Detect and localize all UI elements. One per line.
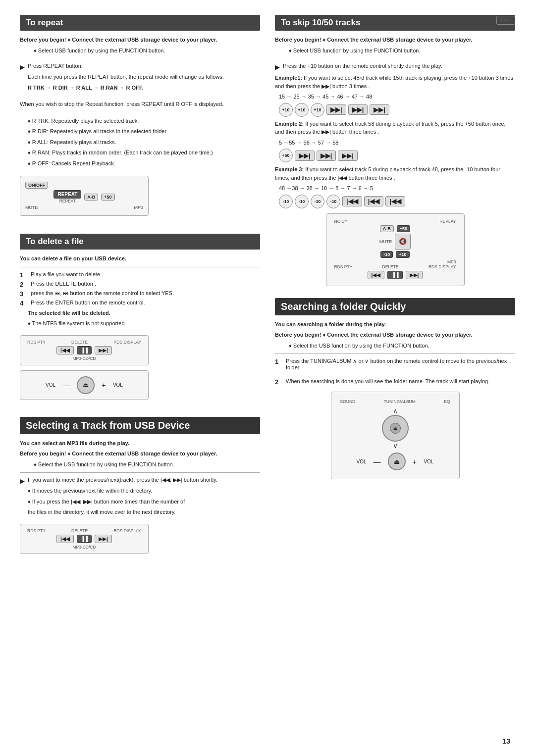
repeat-label: REPEAT: [59, 199, 76, 203]
delete-step3: press the ⏮, ⏭ button on the remote cont…: [31, 290, 174, 296]
skip-minus10-plus10-row: -10 +10: [332, 251, 458, 258]
plus-btn-s: +: [409, 457, 421, 466]
searching-section: Searching a folder Quickly You can searc…: [275, 298, 515, 480]
vol-label-right: VOL: [113, 382, 123, 388]
skip-remote-row1: A-B +50: [332, 225, 458, 232]
searching-before1: Before you begin! ♦ Connect the external…: [275, 331, 515, 339]
tuning-down-arrow: ∨: [393, 442, 398, 450]
next-btn-ex1-1: ▶▶|: [326, 104, 346, 115]
selecting-subtitle: You can select an MP3 file during the pl…: [20, 439, 260, 448]
tuning-control: ∧ ⏏ ∨: [382, 407, 409, 450]
prev-btn-delete: |◀◀: [56, 346, 74, 354]
prev-btn-ex3-2: |◀◀: [364, 196, 384, 206]
selecting-remote-labels: RDS PTY DELETE RDS DISPLAY: [25, 528, 143, 533]
step-num-2: 2: [20, 281, 29, 288]
tuning-up-row: ∧ ⏏ ∨: [338, 407, 452, 450]
plus10-btn-2: +10: [295, 103, 309, 117]
step-num-4: 4: [20, 300, 29, 307]
delete-step4: Press the ENTER button on the remote con…: [31, 300, 145, 305]
searching-title: Searching a folder Quickly: [275, 298, 515, 315]
prev-btn-ex3-3: |◀◀: [385, 196, 405, 206]
mp3-label-skip: MP3: [447, 259, 456, 264]
label-delete: DELETE: [71, 340, 88, 345]
next-btn-ex1-3: ▶▶|: [370, 104, 389, 115]
plus50-btn-skip: +50: [397, 225, 410, 232]
selecting-arrow: ▶: [20, 477, 25, 485]
skip-section: To skip 10/50 tracks Before you begin! ♦…: [275, 15, 515, 286]
replay-label: REPLAY: [440, 219, 456, 224]
mp3-label: MP3: [134, 205, 143, 210]
next-btn-ex2-3: ▶▶|: [338, 151, 358, 161]
mute-label: MUTE: [25, 205, 38, 210]
skip-seq1: 15 → 25 → 35 → 45 → 46 → 47 → 48: [279, 93, 515, 101]
delete-section: To delete a file You can delete a file o…: [20, 234, 260, 405]
tuning-up-arrow: ∧: [393, 407, 398, 415]
pause-btn-sel: ▐▐: [77, 535, 92, 543]
selecting-before1: Before you begin! ♦ Connect the external…: [20, 450, 260, 458]
minus10-btn-remote: -10: [380, 251, 393, 258]
selecting-step1: If you want to move the previous/next(tr…: [28, 477, 217, 483]
ab-btn-skip: A-B: [380, 225, 394, 232]
plus10-btn-remote: +10: [396, 251, 409, 258]
remote-row2: REPEAT REPEAT A-B +50: [25, 190, 143, 203]
searching-top-labels: SOUND TUNING/ALBUM EQ: [338, 399, 452, 404]
search-step-num-2: 2: [275, 378, 284, 386]
mute-icon-skip: 🔇: [395, 234, 411, 250]
ab-btn-repeat: A-B: [84, 194, 98, 201]
plus10-btn-1: +10: [279, 103, 293, 117]
skip-ex2-text: Example 2: If you want to select track 5…: [275, 120, 515, 136]
skip-seq3-btns: -10 -10 -10 -10 |◀◀ |◀◀ |◀◀: [279, 195, 515, 208]
mute-label-skip: MUTE: [379, 239, 392, 244]
delete-step2-row: 2 Press the DELETE button .: [20, 281, 260, 288]
selecting-bullet2b: the files in the directory, it will move…: [20, 508, 260, 516]
repeat-step1-sub: Each time you press the REPEAT button, t…: [20, 73, 260, 81]
remote-row3-mute: MUTE MP3: [25, 205, 143, 210]
skip-seq2-btns: +50 ▶▶| ▶▶| ▶▶|: [279, 149, 515, 162]
skip-title: To skip 10/50 tracks: [275, 15, 515, 31]
delete-step4b: The selected file will be deleted.: [20, 309, 260, 317]
searching-subtitle: You can searching a folder during the pl…: [275, 320, 515, 329]
skip-remote-row2: |◀◀ ▐▐ ▶▶|: [332, 271, 458, 279]
next-btn-sel: ▶▶|: [95, 535, 112, 543]
next-btn-delete: ▶▶|: [95, 346, 112, 354]
selecting-bullet1: ♦ It moves the previous/next file within…: [20, 487, 260, 495]
minus10-btn-3: -10: [311, 195, 324, 208]
pause-btn-skip: ▐▐: [387, 271, 402, 279]
repeat-bullet5: ♦ R OFF: Cancels Repeat Playback.: [20, 159, 260, 168]
vol-label-s-right: VOL: [424, 459, 433, 464]
skip-example1: Example1: If you want to select 48rd tra…: [275, 74, 515, 117]
step-num-1: 1: [20, 271, 29, 279]
selecting-mp3-label: MP3-CD/CD: [25, 545, 143, 550]
eng-badge: ENG: [496, 16, 515, 25]
searching-step1: Press the TUNING/ALBUM ∧ or ∨ button on …: [286, 358, 515, 370]
skip-before1: Before you begin! ♦ Connect the external…: [275, 36, 515, 44]
repeat-step1-text: Press REPEAT button.: [28, 63, 83, 69]
delete-remote-row1: |◀◀ ▐▐ ▶▶|: [25, 346, 143, 354]
label-rds-pty3: RDS PTY: [334, 264, 353, 269]
skip-seq1-btns: +10 +10 +10 ▶▶| ▶▶| ▶▶|: [279, 103, 515, 117]
mp3cdcd-label2: MP3-CD/CD: [72, 545, 96, 550]
delete-step2: Press the DELETE button .: [31, 281, 96, 287]
searching-step1-row: 1 Press the TUNING/ALBUM ∧ or ∨ button o…: [275, 358, 515, 370]
skip-before2: ♦ Select USB function by using the FUNCT…: [275, 47, 515, 55]
minus10-btn-1: -10: [279, 195, 293, 208]
skip-step1-row: ▶ Press the +10 button on the remote con…: [275, 63, 515, 71]
delete-step3-row: 3 press the ⏮, ⏭ button on the remote co…: [20, 290, 260, 298]
skip-mute-row: MUTE 🔇: [332, 234, 458, 250]
eq-label: EQ: [444, 399, 450, 404]
step-num-3: 3: [20, 290, 29, 298]
eject-btn-s: ⏏: [388, 453, 406, 470]
selecting-remote-row1: |◀◀ ▐▐ ▶▶|: [25, 535, 143, 543]
minus-btn: —: [58, 381, 74, 389]
tuning-inner: ⏏: [390, 423, 401, 434]
next-btn-skip: ▶▶|: [406, 271, 423, 279]
page-number: 13: [502, 737, 510, 745]
repeat-title: To repeat: [20, 15, 260, 31]
minus-btn-s: —: [370, 457, 385, 466]
repeat-btn: REPEAT: [54, 190, 81, 199]
skip-ex1-text: Example1: If you want to select 48rd tra…: [275, 74, 515, 90]
next-btn-ex2-1: ▶▶|: [295, 151, 315, 161]
selecting-section: Selecting a Track from USB Device You ca…: [20, 417, 260, 559]
searching-before2: ♦ Select the USB function by using the F…: [275, 342, 515, 350]
delete-remote-diagram2: VOL — ⏏ + VOL: [20, 370, 149, 400]
